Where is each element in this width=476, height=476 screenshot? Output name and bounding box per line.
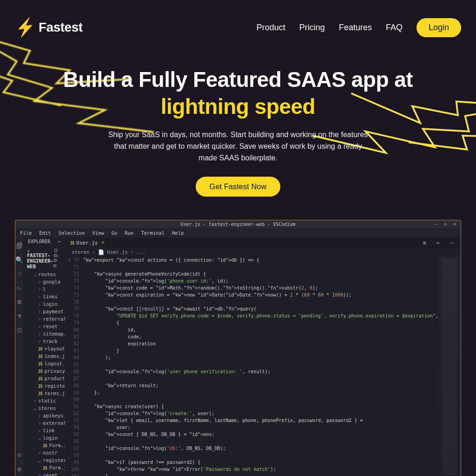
tree-folder-routes[interactable]: routes [23, 271, 65, 278]
tree-folder-stores[interactable]: stores [23, 404, 65, 412]
cta-button[interactable]: Get Fastest Now [196, 177, 281, 197]
menu-edit[interactable]: Edit [39, 230, 51, 236]
explorer-sidebar[interactable]: EXPLORER ⋯ ⌄ FASTEST-ENGINEER-WEB 🗋 🗀 ⟳ … [23, 238, 65, 476]
tree-folder-nostr[interactable]: nostr [23, 449, 65, 456]
tree-folder-login[interactable]: login [23, 300, 65, 308]
tab-userjs[interactable]: JSUser.js × [65, 238, 106, 247]
brand-name: Fastest [39, 20, 83, 35]
beaker-icon[interactable]: ⚗ [17, 312, 21, 319]
tree-folder-reset[interactable]: reset [23, 323, 65, 330]
tree-folder-register[interactable]: register [23, 456, 65, 464]
tree-folder-track[interactable]: track [23, 337, 65, 345]
menu-file[interactable]: File [20, 230, 32, 236]
more-icon[interactable]: ⋯ [58, 239, 60, 244]
menu-selection[interactable]: Selection [59, 230, 85, 236]
editor-titlebar: User.js - fastest-engineer-web - VSCodiu… [15, 220, 461, 228]
debug-icon[interactable]: ▷ [17, 284, 21, 291]
tree-folder-links[interactable]: links [23, 293, 65, 300]
nav-pricing[interactable]: Pricing [299, 23, 325, 33]
nav-faq[interactable]: FAQ [386, 23, 403, 33]
tree-file-terms-js[interactable]: terms.js [23, 390, 65, 397]
hero-heading: Build a Fully Featured SAAS app at light… [28, 66, 448, 120]
search-icon[interactable]: 🔍 [15, 256, 23, 264]
bolt-icon: ⚡ [13, 16, 37, 39]
tree-folder-referral[interactable]: referral [23, 315, 65, 323]
line-gutter: 4 70 71 72 73 74 75 76 77 78 79 80 81 82… [65, 257, 83, 476]
menu-run[interactable]: Run [125, 230, 133, 236]
menu-go[interactable]: Go [112, 230, 118, 236]
tree-file-register-js[interactable]: register.js [23, 382, 65, 390]
tab-toolbar[interactable]: ⊞ ↔ ⋯ [423, 240, 461, 246]
code-view[interactable]: "kw">export "kw">const actions = ({ conn… [83, 257, 438, 476]
login-button[interactable]: Login [416, 18, 461, 37]
project-toolbar[interactable]: 🗋 🗀 ⟳ ⊟ [53, 248, 61, 268]
editor-screenshot: User.js - fastest-engineer-web - VSCodiu… [15, 220, 461, 476]
scm-icon[interactable]: ⑂ [18, 270, 21, 278]
brand-logo[interactable]: ⚡ Fastest [15, 18, 83, 37]
hero-sub: Ship your SaaS in days, not months. Star… [108, 129, 368, 164]
editor-title-text: User.js - fastest-engineer-web - VSCodiu… [181, 222, 296, 227]
account-icon[interactable]: ☺ [17, 451, 21, 459]
tree-folder-reset[interactable]: reset [23, 471, 65, 476]
tree-folder-google[interactable]: google [23, 278, 65, 285]
tree-folder-static[interactable]: static [23, 397, 65, 404]
menu-help[interactable]: Help [172, 230, 184, 236]
tree-folder-apikeys[interactable]: apikeys [23, 412, 65, 419]
hero-line2: lightning speed [161, 94, 315, 119]
menu-terminal[interactable]: Terminal [141, 230, 165, 236]
window-controls[interactable]: — ◇ ✕ [435, 221, 458, 226]
menu-view[interactable]: View [93, 230, 104, 236]
tree-folder-link[interactable]: link [23, 427, 65, 434]
gear-icon[interactable]: ⚙ [17, 465, 21, 473]
nav-features[interactable]: Features [339, 23, 372, 33]
activity-bar[interactable]: 🗐 🔍 ⑂ ▷ ⊞ ⚗ ◫ ☺ ⚙ [15, 238, 23, 476]
tree-file-privacy-js[interactable]: privacy.js [23, 367, 65, 375]
minimap[interactable] [438, 257, 461, 476]
tag-icon[interactable]: ◫ [17, 326, 21, 333]
tree-folder-payment[interactable]: payment [23, 308, 65, 315]
tree-file-form-js[interactable]: Form.js [23, 464, 65, 471]
tree-folder-login[interactable]: login [23, 434, 65, 442]
extensions-icon[interactable]: ⊞ [17, 298, 21, 305]
editor-menubar[interactable]: FileEditSelectionViewGoRunTerminalHelp [15, 228, 461, 238]
tree-file-logout-js[interactable]: logout.js [23, 360, 65, 367]
tree-folder-sitemap-xml[interactable]: sitemap.xml [23, 330, 65, 337]
tree-file--layout-js[interactable]: +layout.js [23, 345, 65, 352]
files-icon[interactable]: 🗐 [16, 242, 23, 250]
tree-file-form-js[interactable]: Form.js [23, 442, 65, 449]
close-icon[interactable]: × [101, 240, 104, 245]
tree-folder-external[interactable]: external [23, 419, 65, 427]
breadcrumb[interactable]: stores › 📄 User.js › ... [65, 248, 461, 257]
explorer-label: EXPLORER [28, 239, 50, 244]
tree-file-products-js[interactable]: products.js [23, 375, 65, 382]
tree-folder-l[interactable]: l [23, 285, 65, 293]
project-name: FASTEST-ENGINEER-WEB [27, 252, 53, 269]
nav-product[interactable]: Product [257, 23, 285, 33]
tree-file-index-js[interactable]: index.js [23, 352, 65, 360]
hero-line1: Build a Fully Featured SAAS app at [63, 67, 413, 92]
